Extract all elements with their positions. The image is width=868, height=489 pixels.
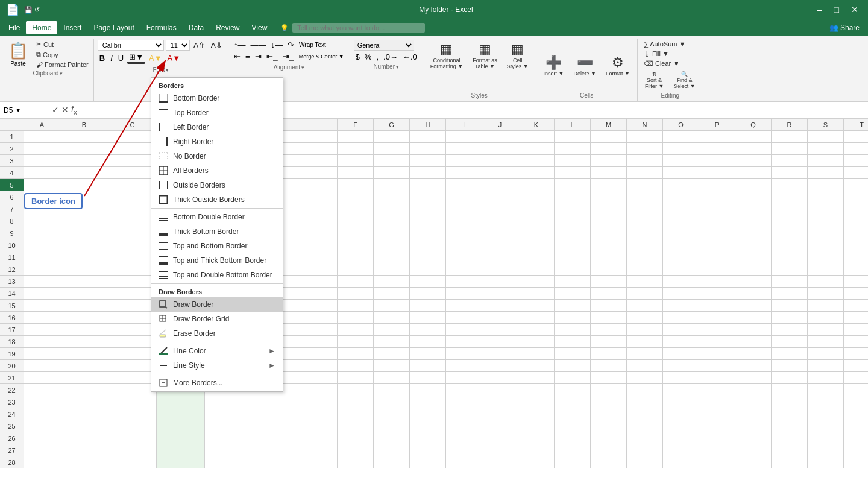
cell-C13[interactable]: [108, 276, 157, 288]
fill-color-button[interactable]: A▼: [147, 53, 164, 63]
cell-H2[interactable]: [410, 143, 446, 155]
cell-F14[interactable]: [338, 288, 374, 300]
cell-K24[interactable]: [518, 408, 555, 420]
cell-J19[interactable]: [482, 348, 518, 360]
cell-P2[interactable]: [699, 143, 735, 155]
row-number-27[interactable]: 27: [0, 444, 24, 456]
cell-L5[interactable]: [555, 179, 591, 191]
cell-C7[interactable]: [108, 203, 157, 215]
cell-I11[interactable]: [446, 251, 482, 263]
cell-H9[interactable]: [410, 227, 446, 239]
cell-S19[interactable]: [808, 348, 844, 360]
cell-C20[interactable]: [108, 360, 157, 372]
cell-J2[interactable]: [482, 143, 518, 155]
cell-A10[interactable]: [24, 239, 60, 251]
cell-F19[interactable]: [338, 348, 374, 360]
cell-L7[interactable]: [555, 203, 591, 215]
menu-file[interactable]: File: [2, 21, 26, 34]
decrease-font-button[interactable]: A⇩: [209, 40, 224, 51]
cell-A15[interactable]: [24, 300, 60, 312]
cell-J12[interactable]: [482, 263, 518, 276]
window-controls[interactable]: – □ ✕: [814, 4, 862, 16]
cell-Q28[interactable]: [735, 456, 772, 468]
cell-R3[interactable]: [772, 155, 808, 167]
cell-M27[interactable]: [591, 444, 627, 456]
cell-F16[interactable]: [338, 312, 374, 324]
cell-L26[interactable]: [555, 432, 591, 444]
cell-N21[interactable]: [627, 372, 663, 384]
autosum-button[interactable]: ∑ AutoSum ▼: [641, 40, 688, 48]
cell-R4[interactable]: [772, 167, 808, 179]
cell-K14[interactable]: [518, 288, 555, 300]
cell-N23[interactable]: [627, 396, 663, 408]
cell-H24[interactable]: [410, 408, 446, 420]
cell-T10[interactable]: [844, 239, 868, 251]
cell-S8[interactable]: [808, 215, 844, 227]
sort-filter-button[interactable]: ⇅ Sort &Filter ▼: [641, 69, 667, 91]
cell-F3[interactable]: [338, 155, 374, 167]
cell-B5[interactable]: [60, 179, 108, 191]
cell-K11[interactable]: [518, 251, 555, 263]
cell-N13[interactable]: [627, 276, 663, 288]
cell-B12[interactable]: [60, 263, 108, 276]
cell-Q13[interactable]: [735, 276, 772, 288]
cell-K8[interactable]: [518, 215, 555, 227]
cell-T16[interactable]: [844, 312, 868, 324]
cut-button[interactable]: ✂ Cut: [34, 40, 91, 49]
cell-T27[interactable]: [844, 444, 868, 456]
currency-button[interactable]: $: [354, 52, 362, 62]
cell-E25[interactable]: [205, 420, 338, 432]
cell-J17[interactable]: [482, 324, 518, 336]
cell-H11[interactable]: [410, 251, 446, 263]
cell-G2[interactable]: [374, 143, 410, 155]
increase-decimal-button[interactable]: .0→: [382, 52, 400, 62]
cell-Q2[interactable]: [735, 143, 772, 155]
cell-S11[interactable]: [808, 251, 844, 263]
cell-G26[interactable]: [374, 432, 410, 444]
cell-F17[interactable]: [338, 324, 374, 336]
cell-L3[interactable]: [555, 155, 591, 167]
cell-J3[interactable]: [482, 155, 518, 167]
cell-C18[interactable]: [108, 336, 157, 348]
cell-K27[interactable]: [518, 444, 555, 456]
cell-P7[interactable]: [699, 203, 735, 215]
cell-N10[interactable]: [627, 239, 663, 251]
close-button[interactable]: ✕: [848, 4, 862, 16]
cell-B25[interactable]: [60, 420, 108, 432]
cell-O9[interactable]: [663, 227, 699, 239]
cell-K9[interactable]: [518, 227, 555, 239]
cell-E24[interactable]: [205, 408, 338, 420]
cell-N3[interactable]: [627, 155, 663, 167]
cell-C16[interactable]: [108, 312, 157, 324]
cell-H8[interactable]: [410, 215, 446, 227]
cell-M2[interactable]: [591, 143, 627, 155]
menu-option-thick-bottom-border[interactable]: Thick Bottom Border: [151, 224, 283, 239]
cell-N12[interactable]: [627, 263, 663, 276]
cell-Q14[interactable]: [735, 288, 772, 300]
cell-J18[interactable]: [482, 336, 518, 348]
wrap-text-button[interactable]: Wrap Text: [297, 41, 328, 49]
cell-F6[interactable]: [338, 191, 374, 203]
cell-J9[interactable]: [482, 227, 518, 239]
cell-L8[interactable]: [555, 215, 591, 227]
cell-P3[interactable]: [699, 155, 735, 167]
cell-S18[interactable]: [808, 336, 844, 348]
cell-O14[interactable]: [663, 288, 699, 300]
cell-I15[interactable]: [446, 300, 482, 312]
cell-Q15[interactable]: [735, 300, 772, 312]
insert-button[interactable]: ➕ Insert ▼: [540, 53, 568, 78]
cell-J16[interactable]: [482, 312, 518, 324]
cell-K7[interactable]: [518, 203, 555, 215]
cell-J14[interactable]: [482, 288, 518, 300]
cell-T22[interactable]: [844, 384, 868, 396]
cell-T28[interactable]: [844, 456, 868, 468]
cell-K13[interactable]: [518, 276, 555, 288]
cell-P17[interactable]: [699, 324, 735, 336]
cell-A25[interactable]: [24, 420, 60, 432]
column-header-K[interactable]: K: [518, 119, 555, 130]
cell-J4[interactable]: [482, 167, 518, 179]
cell-styles-button[interactable]: ▦ CellStyles ▼: [503, 40, 532, 91]
cell-R12[interactable]: [772, 263, 808, 276]
cell-R28[interactable]: [772, 456, 808, 468]
alignment-expand-icon[interactable]: ▾: [301, 65, 304, 71]
